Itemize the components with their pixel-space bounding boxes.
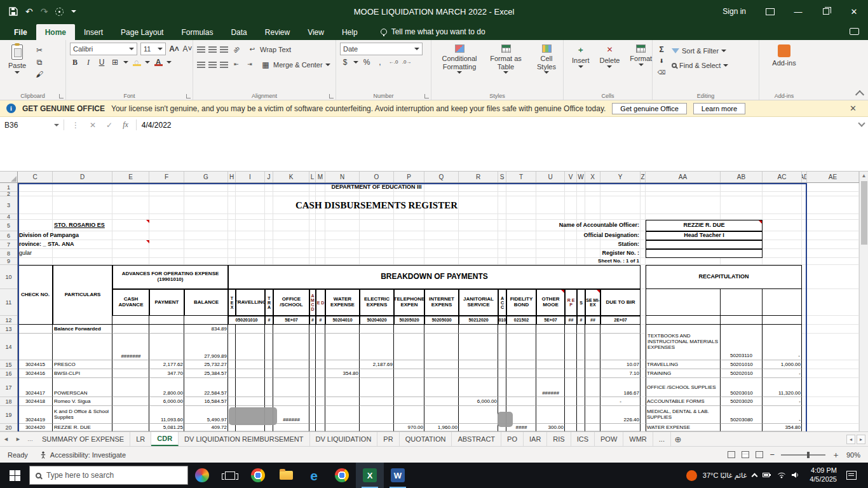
cell-V13[interactable] — [565, 325, 577, 334]
cell-G6[interactable] — [184, 231, 228, 240]
cell-G18[interactable]: 16,584.57 — [184, 397, 228, 406]
weather-status[interactable]: 37°C غائم غالبًا — [703, 471, 747, 480]
cell-AA8[interactable] — [646, 249, 763, 258]
cell-J5[interactable] — [265, 220, 273, 231]
cell-C10[interactable]: CHECK NO. — [18, 265, 53, 325]
cell-AC7[interactable] — [763, 240, 802, 249]
cell-W12[interactable]: # — [577, 316, 585, 325]
cell-C13[interactable] — [18, 325, 53, 334]
cell-AD18[interactable] — [802, 397, 807, 406]
cell-AA13[interactable]: TEXTBOOKS AND INSTRUCITONAL MATERIALS EX… — [646, 325, 721, 360]
cell-AC3[interactable] — [763, 196, 802, 214]
cell-K12[interactable]: 5E+07 — [273, 316, 309, 325]
cell-C20[interactable]: 3024420 — [18, 424, 53, 431]
cell-H4[interactable] — [228, 214, 236, 220]
new-sheet-icon[interactable]: ⊕ — [671, 432, 685, 446]
cell-F2[interactable] — [149, 192, 184, 196]
align-right-icon[interactable] — [220, 62, 228, 68]
cell-AD9[interactable] — [802, 258, 807, 265]
taskbar-app-task-view[interactable] — [216, 463, 244, 488]
cell-J11[interactable]: T R A — [265, 289, 273, 316]
row-header-17[interactable]: 17 — [0, 378, 17, 397]
cell-H6[interactable] — [228, 231, 236, 240]
cell-G7[interactable] — [184, 240, 228, 249]
column-header-K[interactable]: K — [273, 172, 309, 182]
row-header-12[interactable]: 12 — [0, 316, 17, 325]
cell-I2[interactable] — [236, 192, 265, 196]
cell-Q8[interactable] — [424, 249, 459, 258]
cell-K17[interactable] — [273, 378, 309, 397]
row-header-14[interactable]: 14 — [0, 334, 17, 360]
cell-Q5[interactable] — [424, 220, 459, 231]
cell-R13[interactable] — [459, 325, 498, 334]
page-break-view-icon[interactable] — [756, 451, 763, 458]
cell-E9[interactable] — [112, 258, 149, 265]
cell-I13[interactable] — [236, 325, 265, 334]
cell-Z8[interactable] — [641, 249, 646, 258]
cell-AC17[interactable]: 11,320.00 — [763, 378, 802, 397]
cell-Z15[interactable] — [641, 360, 646, 369]
column-header-X[interactable]: X — [585, 172, 600, 182]
sheet-tab-summary-of-expense[interactable]: SUMMARY OF EXPENSE — [36, 432, 130, 446]
zoom-level[interactable]: 90% — [846, 451, 860, 459]
cell-C7[interactable]: rovince: _ STA. ANA — [18, 240, 149, 249]
cell-AB13[interactable]: 50203110 — [721, 325, 763, 360]
cell-M18[interactable] — [316, 397, 325, 406]
cell-N6[interactable] — [325, 231, 360, 240]
cell-AA18[interactable]: ACCOUNTABLE FORMS — [646, 397, 721, 406]
cell-L4[interactable] — [309, 214, 316, 220]
cell-AB20[interactable] — [721, 424, 763, 431]
addins-button[interactable]: Add-ins — [768, 43, 800, 69]
cell-E14[interactable]: ####### — [112, 334, 149, 360]
cell-N20[interactable] — [325, 424, 360, 431]
cell-O16[interactable] — [360, 369, 394, 378]
cell-X12[interactable]: ## — [585, 316, 600, 325]
cell-D15[interactable]: PRESCO — [53, 360, 112, 369]
cell-G11[interactable]: BALANCE — [184, 289, 228, 316]
column-header-O[interactable]: O — [360, 172, 394, 182]
minimize-button[interactable]: — — [784, 0, 812, 23]
cell-AB18[interactable]: 50203020 — [721, 397, 763, 406]
cell-J8[interactable] — [265, 249, 273, 258]
cell-R17[interactable] — [459, 378, 498, 397]
cell-C1[interactable] — [18, 183, 53, 192]
alignment-dialog-launcher[interactable] — [329, 94, 334, 98]
cell-E19[interactable] — [112, 406, 149, 424]
select-all-corner[interactable] — [0, 172, 18, 183]
cell-AD3[interactable] — [802, 196, 807, 214]
orientation-icon[interactable]: ab — [229, 42, 244, 57]
cell-AA5[interactable]: REZZIE R. DUE — [646, 220, 763, 231]
cell-W20[interactable] — [577, 424, 585, 431]
underline-icon[interactable]: U — [97, 57, 107, 67]
cell-D3[interactable] — [53, 196, 112, 214]
cell-AD7[interactable] — [802, 240, 807, 249]
cell-E4[interactable] — [112, 214, 149, 220]
cell-R6[interactable]: Official Designation: — [459, 231, 641, 240]
cell-C16[interactable]: 3024416 — [18, 369, 53, 378]
cell-AD15[interactable] — [802, 360, 807, 369]
cell-I7[interactable] — [236, 240, 265, 249]
cell-Y18[interactable]: - — [600, 397, 641, 406]
format-painter-icon[interactable]: 🖌 — [34, 69, 44, 79]
cell-X14[interactable] — [585, 334, 600, 360]
cell-H2[interactable] — [228, 192, 236, 196]
cell-Z3[interactable] — [641, 196, 646, 214]
cell-V19[interactable] — [565, 406, 577, 424]
cell-G17[interactable]: 22,584.57 — [184, 378, 228, 397]
align-middle-icon[interactable] — [208, 46, 217, 53]
cell-AB2[interactable] — [721, 192, 763, 196]
sheet-tab-wmr[interactable]: WMR — [623, 432, 653, 446]
cell-V2[interactable] — [565, 192, 577, 196]
cell-O19[interactable] — [360, 406, 394, 424]
name-box[interactable]: B36 — [0, 117, 64, 133]
cell-I6[interactable] — [236, 231, 265, 240]
cell-T4[interactable] — [506, 214, 536, 220]
cell-I17[interactable] — [236, 378, 265, 397]
cell-W11[interactable]: S — [577, 289, 585, 316]
cell-G16[interactable]: 25,384.57 — [184, 369, 228, 378]
cell-P12[interactable]: 50205020 — [394, 316, 424, 325]
column-header-Q[interactable]: Q — [424, 172, 459, 182]
zoom-in-icon[interactable]: ＋ — [832, 449, 840, 461]
cell-L9[interactable] — [309, 258, 316, 265]
cell-AA9[interactable] — [646, 258, 721, 265]
